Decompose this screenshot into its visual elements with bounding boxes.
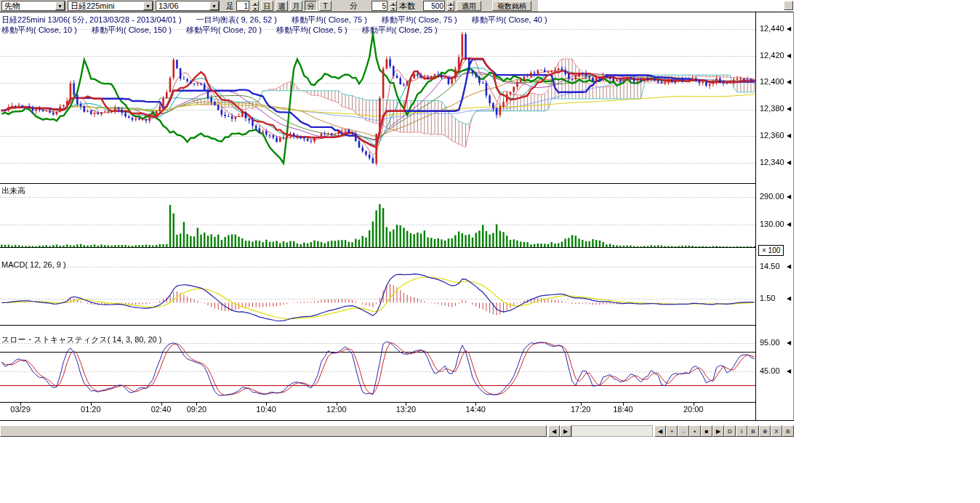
top-toolbar-row: 先物 ▼ 日経225mini ▼ 13/06 ▼ 足 ▲▼ 日 週 月 分 T … [0,0,794,12]
axis-handle-icon[interactable]: ◀ [787,105,791,112]
chart-tool-button-2[interactable]: - [678,425,689,437]
chart-tool-button-10[interactable]: X [771,425,782,437]
scrollbar-track[interactable] [571,425,653,437]
multi-symbol-button[interactable]: 複数銘柄 [492,1,531,11]
stochastics-panel-label: スロー・ストキャスティクス( 14, 3, 80, 20 ) [1,334,161,345]
corner-grip[interactable] [784,1,793,10]
x-axis-label: 17:20 [571,405,591,414]
minute-count-spinner[interactable]: ▲▼ [390,1,397,11]
chart-tool-button-3[interactable]: ▪ [689,425,701,437]
legend-line-2: 移動平均( Close, 10 )移動平均( Close, 150 )移動平均(… [1,25,438,36]
axis-handle-icon[interactable]: ◀ [787,79,791,85]
symbol-select[interactable]: 日経225mini ▼ [68,1,153,11]
legend-item: 移動平均( Close, 20 ) [186,25,262,36]
chart-tool-button-6[interactable]: D [724,425,736,437]
axis-handle-icon[interactable]: ◀ [787,132,791,139]
scroll-right-button[interactable]: ▶ [560,425,571,437]
y-axis-label: 12,340 [760,158,784,166]
chart-tool-button-0[interactable]: ◀ [654,425,666,437]
volume-scale-box: × 100 [758,245,784,256]
x-axis-label: 20:00 [683,405,704,414]
bar-count-input[interactable] [423,1,445,11]
axis-handle-icon[interactable]: ◀ [787,159,791,166]
axis-handle-icon[interactable]: ◀ [787,52,791,59]
y-axis-label: 130.00 [760,220,784,228]
scroll-left-button[interactable]: ◀ [548,425,560,437]
axis-handle-icon[interactable]: ◀ [787,25,791,32]
dropdown-arrow-icon[interactable]: ▼ [55,1,65,10]
chart-tool-button-11[interactable]: B [782,425,794,437]
x-axis-label: 18:40 [613,405,633,414]
bar-count-label: 本数 [399,1,415,12]
interval-input[interactable] [236,1,249,11]
axis-handle-icon[interactable]: ◀ [787,193,791,200]
legend-item: 日経225mini 13/06( 5分, 2013/03/28 - 2013/0… [1,15,182,25]
legend-item: 移動平均( Close, 75 ) [292,15,367,25]
x-axis-label: 01:20 [81,405,101,414]
y-axis-label: 1.50 [760,294,775,302]
macd-panel-label: MACD( 12, 26, 9 ) [1,260,66,269]
x-axis-label: 12:00 [326,405,347,414]
chart-area: 日経225mini 13/06( 5分, 2013/03/28 - 2013/0… [0,12,794,423]
x-axis-label: 09:20 [187,405,207,414]
y-axis-label: 12,380 [760,104,784,113]
axis-handle-icon[interactable]: ◀ [787,221,791,228]
chart-tool-button-4[interactable]: ■ [701,425,712,437]
chart-tool-button-9[interactable]: ⊕ [759,425,771,437]
period-minute-button[interactable]: 分 [305,1,317,11]
spin-up-icon[interactable]: ▲ [447,1,454,6]
symbol-value: 日経225mini [71,1,115,12]
axis-handle-icon[interactable]: ◀ [787,368,791,374]
y-axis-label: 45.00 [760,366,780,375]
apply-button[interactable]: 適用 [457,1,481,11]
legend-item: 一目均衡表( 9, 26, 52 ) [196,15,277,25]
spin-up-icon[interactable]: ▲ [390,1,397,6]
bar-type-label: 足 [226,1,234,12]
horizontal-scrollbar: ◀ ▶ ◀+-▪■▶DIB⊕XB [0,425,794,437]
interval-spinner[interactable]: ▲▼ [252,1,259,11]
period-month-button[interactable]: 月 [290,1,302,11]
instrument-type-select[interactable]: 先物 ▼ [1,1,65,11]
y-axis-label: 12,440 [760,24,784,33]
y-axis-label: 12,360 [760,131,784,140]
legend-item: 移動平均( Close, 5 ) [276,25,348,36]
spin-up-icon[interactable]: ▲ [252,1,259,6]
chart-tool-button-8[interactable]: B [747,425,759,437]
legend-item: 移動平均( Close, 150 ) [92,25,172,36]
spin-down-icon[interactable]: ▼ [390,6,397,11]
x-axis-label: 10:40 [256,405,276,414]
chart-tool-button-1[interactable]: + [666,425,678,437]
x-axis-label: 14:40 [465,405,486,414]
period-tick-button[interactable]: T [319,1,332,11]
legend-item: 移動平均( Close, 40 ) [472,15,547,25]
y-axis-label: 14.50 [760,262,780,270]
chart-tool-button-5[interactable]: ▶ [712,425,724,437]
scrollbar-thumb[interactable] [0,425,547,437]
spin-down-icon[interactable]: ▼ [252,6,259,11]
contract-month-value: 13/06 [158,1,179,10]
x-axis-label: 13:20 [396,405,417,414]
chart-tool-button-7[interactable]: I [736,425,747,437]
chart-canvas[interactable] [0,12,794,423]
axis-handle-icon[interactable]: ◀ [787,339,791,346]
bar-count-spinner[interactable]: ▲▼ [447,1,454,11]
y-axis-label: 12,400 [760,77,784,86]
dropdown-arrow-icon[interactable]: ▼ [143,1,153,10]
legend-item: 移動平均( Close, 10 ) [1,25,77,36]
contract-month-select[interactable]: 13/06 ▼ [156,1,220,11]
minute-unit-label: 分 [350,1,358,12]
axis-handle-icon[interactable]: ◀ [787,263,791,270]
dropdown-arrow-icon[interactable]: ▼ [209,1,219,10]
toolbar: 先物 ▼ 日経225mini ▼ 13/06 ▼ 足 ▲▼ 日 週 月 分 T … [0,0,538,12]
minute-count-input[interactable] [371,1,387,11]
y-axis-label: 290.00 [760,192,784,201]
axis-handle-icon[interactable]: ◀ [787,295,791,302]
volume-panel-label: 出来高 [1,185,25,196]
period-week-button[interactable]: 週 [276,1,288,11]
x-axis-label: 02:40 [151,405,172,414]
legend-item: 移動平均( Close, 75 ) [382,15,457,25]
spin-down-icon[interactable]: ▼ [447,6,454,11]
instrument-type-value: 先物 [4,1,20,12]
period-day-button[interactable]: 日 [261,1,273,11]
y-axis-label: 95.00 [760,338,780,347]
